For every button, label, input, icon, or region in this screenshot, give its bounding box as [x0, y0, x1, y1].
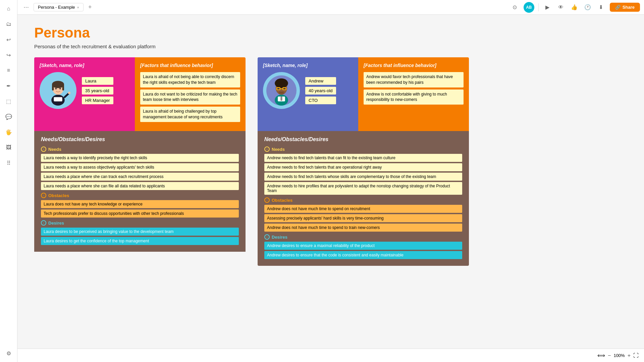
page-title: Persona: [34, 25, 627, 41]
left-sidebar: ⌂ 🗂 ↩ ↪ ≡ ✒ ⬚ 💬 🖐 🖼 ⠿ ⚙: [0, 0, 17, 362]
svg-rect-2: [54, 97, 62, 102]
zoom-in-button[interactable]: +: [628, 353, 631, 359]
svg-point-10: [68, 92, 70, 94]
laura-name-tag: Laura: [82, 77, 113, 85]
laura-bottom-section: Needs/Obstacles/Desires ○ Needs Laura ne…: [34, 131, 246, 252]
andrew-sketch-header: [Sketch, name, role]: [263, 63, 353, 68]
andrew-desires-label: ○ Desires: [264, 234, 462, 240]
history-icon[interactable]: 🕐: [583, 3, 592, 12]
andrew-desires-bullet: ○: [264, 234, 270, 240]
andrew-need-1: Andrew needs to find tech talents that c…: [264, 154, 462, 162]
zoom-level: 100%: [613, 353, 625, 358]
user-avatar[interactable]: AB: [524, 2, 534, 13]
laura-avatar: [40, 72, 76, 109]
andrew-name-tag: Andrew: [305, 77, 336, 85]
andrew-obstacle-1: Andrew does not have much time to spend …: [264, 205, 462, 213]
new-tab-button[interactable]: +: [86, 4, 94, 11]
topbar: ⋯ Persona - Example × + ⊙ AB ▶ 👁 👍 🕐 ⬇ 🔗…: [17, 0, 644, 15]
canvas: Persona Personas of the tech recruitment…: [17, 15, 644, 349]
comment-icon[interactable]: 💬: [4, 112, 13, 121]
pen-icon[interactable]: ✒: [4, 81, 13, 90]
laura-factor-3: Laura is afraid of being challenged by t…: [140, 107, 240, 122]
grid-icon[interactable]: ⠿: [4, 158, 13, 168]
andrew-factors-section: [Factors that influence behavior] Andrew…: [358, 57, 469, 131]
image-icon[interactable]: 🖼: [4, 143, 13, 152]
table-icon[interactable]: ⬚: [4, 97, 13, 106]
play-icon[interactable]: ▶: [543, 3, 552, 12]
svg-point-20: [278, 88, 279, 89]
personas-container: [Sketch, name, role]: [34, 57, 627, 266]
andrew-need-2: Andrew needs to find tech talents that a…: [264, 163, 462, 171]
laura-factor-2: Laura do not want to be criticized for m…: [140, 89, 240, 105]
main-area: ⋯ Persona - Example × + ⊙ AB ▶ 👁 👍 🕐 ⬇ 🔗…: [17, 0, 644, 362]
andrew-persona-card: [Sketch, name, role]: [258, 57, 469, 266]
andrew-obstacle-3: Andrew does not have much time to spend …: [264, 224, 462, 232]
svg-rect-5: [52, 84, 54, 90]
laura-factors-header: [Factors that influence behavior]: [140, 63, 240, 68]
laura-obstacles-bullet: ○: [41, 193, 46, 198]
active-tab[interactable]: Persona - Example ×: [34, 3, 84, 11]
laura-need-4: Laura needs a place where she can file a…: [41, 182, 239, 190]
andrew-info-tags: Andrew 40 years-old CTO: [305, 77, 336, 104]
share-icon: 🔗: [615, 5, 621, 10]
laura-need-2: Laura needs a way to assess objectively …: [41, 163, 239, 171]
undo-icon[interactable]: ↩: [4, 35, 13, 44]
andrew-desire-1: Andrew desires to ensure a maximal relia…: [264, 242, 462, 250]
laura-desires-label: ○ Desires: [41, 220, 239, 226]
bottom-toolbar: ⟺ − 100% + ⛶: [17, 349, 644, 362]
zoom-out-button[interactable]: −: [608, 353, 611, 359]
svg-rect-14: [280, 97, 282, 101]
andrew-factor-1: Andrew would favor tech professionals th…: [364, 72, 464, 87]
laura-top-section: [Sketch, name, role]: [34, 57, 246, 131]
andrew-avatar: [263, 72, 300, 109]
home-icon[interactable]: ⌂: [4, 4, 13, 13]
laura-need-3: Laura needs a place where she can track …: [41, 173, 239, 181]
hand-icon[interactable]: 🖐: [4, 127, 13, 137]
laura-factor-1: Laura is afraid of not being able to cor…: [140, 72, 240, 87]
laura-sketch-section: [Sketch, name, role]: [34, 57, 135, 131]
settings-icon[interactable]: ⚙: [4, 349, 13, 358]
svg-point-7: [55, 88, 57, 89]
laura-obstacle-1: Laura does not have any tech knowledge o…: [41, 200, 239, 208]
share-label: Share: [623, 5, 635, 10]
share-button[interactable]: 🔗 Share: [610, 3, 640, 12]
fit-width-icon[interactable]: ⟺: [597, 352, 605, 359]
laura-desires-bullet: ○: [41, 220, 46, 226]
laura-factors-section: [Factors that influence behavior] Laura …: [135, 57, 246, 131]
andrew-needs-label: ○ Needs: [264, 146, 462, 152]
andrew-desire-2: Andrew desires to ensure that the code i…: [264, 251, 462, 259]
zoom-control: ⟺ − 100% + ⛶: [597, 352, 639, 359]
page-subtitle: Personas of the tech recruitment & evalu…: [34, 44, 627, 49]
laura-info-tags: Laura 35 years-old HR Manager: [82, 77, 113, 104]
laura-obstacles-label: ○ Obstacles: [41, 193, 239, 198]
laura-persona-card: [Sketch, name, role]: [34, 57, 246, 266]
tab-close-button[interactable]: ×: [77, 5, 79, 9]
like-icon[interactable]: 👍: [570, 3, 579, 12]
fullscreen-icon[interactable]: ⛶: [633, 353, 639, 359]
tab-title: Persona - Example: [38, 5, 75, 10]
svg-point-22: [278, 92, 284, 95]
lines-icon[interactable]: ≡: [4, 66, 13, 75]
svg-point-16: [275, 78, 288, 88]
laura-bottom-title: Needs/Obstacles/Desires: [41, 136, 239, 142]
andrew-avatar-area: Andrew 40 years-old CTO: [263, 72, 353, 109]
andrew-needs-bullet: ○: [264, 146, 270, 152]
laura-desire-2: Laura desires to get the confidence of t…: [41, 237, 239, 245]
redo-icon[interactable]: ↪: [4, 50, 13, 60]
andrew-need-3: Andrew needs to find tech talents whose …: [264, 173, 462, 181]
laura-needs-label: ○ Needs: [41, 146, 239, 152]
focus-icon[interactable]: ⊙: [510, 3, 520, 12]
andrew-factors-header: [Factors that influence behavior]: [364, 63, 464, 68]
download-icon[interactable]: ⬇: [596, 3, 606, 12]
andrew-obstacle-2: Assessing precisely applicants' hard ski…: [264, 214, 462, 222]
andrew-bottom-title: Needs/Obstacles/Desires: [264, 136, 462, 142]
laura-sketch-header: [Sketch, name, role]: [40, 63, 129, 68]
andrew-obstacles-label: ○ Obstacles: [264, 197, 462, 203]
eye-icon[interactable]: 👁: [556, 3, 566, 12]
folder-icon[interactable]: 🗂: [4, 19, 13, 29]
menu-icon[interactable]: ⋯: [21, 3, 31, 12]
laura-avatar-area: Laura 35 years-old HR Manager: [40, 72, 129, 109]
laura-role-tag: HR Manager: [82, 97, 113, 104]
svg-point-8: [59, 88, 61, 89]
andrew-bottom-section: Needs/Obstacles/Desires ○ Needs Andrew n…: [258, 131, 469, 266]
